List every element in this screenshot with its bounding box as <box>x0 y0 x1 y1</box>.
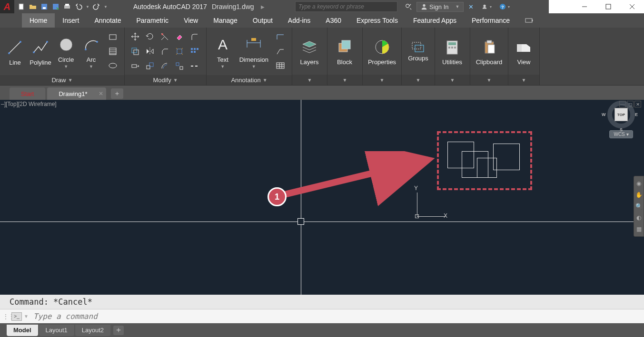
tab-output[interactable]: Output <box>245 13 280 28</box>
help-icon[interactable]: ?▾ <box>496 2 513 11</box>
panel-view-title[interactable]: ▼ <box>508 75 539 85</box>
redo-icon[interactable] <box>91 2 102 11</box>
viewport-label[interactable]: –][Top][2D Wireframe] <box>1 101 57 107</box>
hatch-icon[interactable] <box>106 45 119 58</box>
command-input[interactable] <box>30 312 641 321</box>
panel-properties-title[interactable]: ▼ <box>363 75 401 85</box>
close-button[interactable] <box>620 0 644 13</box>
polyline-button[interactable]: Polyline <box>29 35 52 68</box>
rotate-icon[interactable] <box>143 30 157 43</box>
align-icon[interactable] <box>173 59 186 73</box>
a360-icon[interactable]: ▾ <box>478 2 495 11</box>
dimension-button[interactable]: Dimension▼ <box>238 32 270 71</box>
app-menu-button[interactable]: A <box>0 0 14 13</box>
tab-home[interactable]: Home <box>22 13 55 28</box>
fillet-icon[interactable] <box>188 30 201 43</box>
panel-utilities-title[interactable]: ▼ <box>435 75 470 85</box>
tab-insert[interactable]: Insert <box>55 13 87 28</box>
viewcube[interactable]: N S E W TOP WCS ▾ <box>602 101 640 138</box>
circle-button[interactable]: Circle ▼ <box>55 32 77 71</box>
panel-annotation-title[interactable]: Annotation▼ <box>207 75 292 85</box>
new-icon[interactable] <box>16 2 27 11</box>
save-icon[interactable] <box>39 2 50 11</box>
viewcube-top[interactable]: TOP <box>614 108 628 121</box>
stretch-icon[interactable] <box>129 59 142 73</box>
chamfer-icon[interactable] <box>158 45 171 58</box>
svg-text:A: A <box>218 37 228 52</box>
layers-button[interactable]: Layers <box>296 35 323 67</box>
search-icon[interactable] <box>402 2 415 11</box>
view-button[interactable]: View <box>512 35 535 67</box>
mleader-icon[interactable] <box>274 45 287 58</box>
new-tab-button[interactable]: ＋ <box>111 88 123 99</box>
tab-featured[interactable]: Featured Apps <box>406 13 464 28</box>
tab-a360[interactable]: A360 <box>318 13 349 28</box>
groups-button[interactable]: Groups <box>406 39 431 64</box>
panel-draw-title[interactable]: Draw▼ <box>0 75 124 85</box>
explode-icon[interactable] <box>173 45 186 58</box>
leader-icon[interactable] <box>274 30 287 44</box>
layout-tab-2[interactable]: Layout2 <box>75 325 110 336</box>
saveas-icon[interactable] <box>50 2 61 11</box>
panel-block-title[interactable]: ▼ <box>327 75 362 85</box>
tab-express[interactable]: Express Tools <box>349 13 406 28</box>
nav-wheel-icon[interactable]: ◉ <box>634 179 643 188</box>
tab-view[interactable]: View <box>176 13 206 28</box>
block-button[interactable]: Block <box>331 35 358 67</box>
ribbon-minimize-icon[interactable] <box>522 13 536 28</box>
svg-rect-55 <box>415 45 424 52</box>
showmotion-icon[interactable]: ▦ <box>634 225 643 233</box>
tab-annotate[interactable]: Annotate <box>87 13 129 28</box>
properties-button[interactable]: Properties <box>367 35 397 67</box>
undo-dropdown-icon[interactable]: ▼ <box>85 2 90 11</box>
panel-clipboard-title[interactable]: ▼ <box>470 75 508 85</box>
panel-groups-title[interactable]: ▼ <box>402 75 435 85</box>
maximize-button[interactable] <box>596 0 620 13</box>
title-arrow-icon[interactable]: ▶ <box>261 4 265 10</box>
line-button[interactable]: Line <box>4 35 26 68</box>
move-icon[interactable] <box>129 30 142 43</box>
trim-icon[interactable] <box>158 30 171 43</box>
layout-tab-1[interactable]: Layout1 <box>39 325 74 336</box>
panel-layers-title[interactable]: ▼ <box>292 75 327 85</box>
tab-parametric[interactable]: Parametric <box>129 13 176 28</box>
tab-start[interactable]: Start <box>10 87 45 100</box>
plot-icon[interactable] <box>62 2 72 11</box>
text-button[interactable]: A Text▼ <box>210 32 235 71</box>
scale-icon[interactable] <box>143 59 157 73</box>
erase-icon[interactable] <box>173 30 186 43</box>
exchange-icon[interactable]: ✕ <box>466 2 476 11</box>
redo-dropdown-icon[interactable]: ▼ <box>103 2 109 11</box>
layout-tab-model[interactable]: Model <box>7 325 38 336</box>
search-input[interactable] <box>295 1 397 12</box>
drawing-canvas[interactable]: –][Top][2D Wireframe] — ◻ ✕ Y X 1 N S E … <box>0 100 644 295</box>
sign-in-button[interactable]: Sign In ▼ <box>416 2 464 12</box>
cmd-handle-icon[interactable]: ⋮⋮ <box>3 313 10 320</box>
ellipse-icon[interactable] <box>106 59 119 72</box>
offset-icon[interactable] <box>158 59 171 73</box>
layout-add-button[interactable]: ＋ <box>113 326 124 335</box>
tab-manage[interactable]: Manage <box>206 13 245 28</box>
arc-button[interactable]: Arc ▼ <box>80 32 102 71</box>
tab-drawing1[interactable]: Drawing1*✕ <box>47 87 106 100</box>
utilities-button[interactable]: Utilities <box>439 35 466 67</box>
tab-performance[interactable]: Performance <box>464 13 517 28</box>
orbit-icon[interactable]: ◐ <box>634 213 643 222</box>
tab-addins[interactable]: Add-ins <box>280 13 318 28</box>
close-tab-icon[interactable]: ✕ <box>99 90 103 97</box>
break-icon[interactable] <box>188 59 201 73</box>
array-icon[interactable] <box>188 45 201 58</box>
panel-modify-title[interactable]: Modify▼ <box>125 75 206 85</box>
mirror-icon[interactable] <box>143 45 157 58</box>
undo-icon[interactable] <box>73 2 84 11</box>
pan-icon[interactable]: ✋ <box>634 191 643 199</box>
copy-icon[interactable] <box>129 45 142 58</box>
clipboard-button[interactable]: Clipboard <box>474 35 504 67</box>
open-icon[interactable] <box>28 2 38 11</box>
svg-rect-0 <box>19 4 23 10</box>
table-icon[interactable] <box>274 59 287 72</box>
zoom-icon[interactable]: 🔍 <box>634 202 643 211</box>
minimize-button[interactable] <box>573 0 596 13</box>
rectangle-icon[interactable] <box>106 30 119 44</box>
cmd-prompt-icon[interactable]: >_ <box>11 312 22 321</box>
